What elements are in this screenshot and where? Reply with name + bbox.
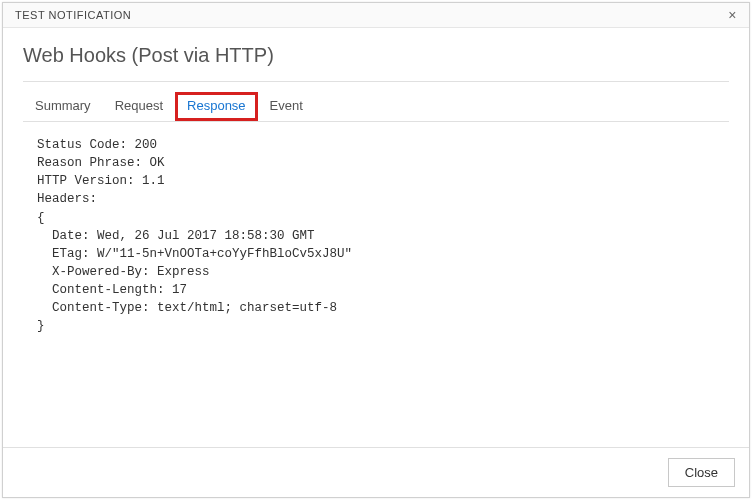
response-output: Status Code: 200 Reason Phrase: OK HTTP … [23, 122, 729, 447]
content-area: Web Hooks (Post via HTTP) Summary Reques… [3, 28, 749, 447]
tab-bar: Summary Request Response Event [23, 92, 729, 122]
close-icon[interactable]: × [724, 8, 741, 22]
tab-request[interactable]: Request [103, 92, 175, 121]
page-title: Web Hooks (Post via HTTP) [23, 44, 729, 67]
dialog: TEST NOTIFICATION × Web Hooks (Post via … [2, 2, 750, 498]
titlebar: TEST NOTIFICATION × [3, 3, 749, 28]
tab-response[interactable]: Response [175, 92, 258, 121]
close-button[interactable]: Close [668, 458, 735, 487]
separator [23, 81, 729, 82]
tab-summary[interactable]: Summary [23, 92, 103, 121]
tab-event[interactable]: Event [258, 92, 315, 121]
dialog-title: TEST NOTIFICATION [15, 9, 131, 21]
footer: Close [3, 447, 749, 497]
